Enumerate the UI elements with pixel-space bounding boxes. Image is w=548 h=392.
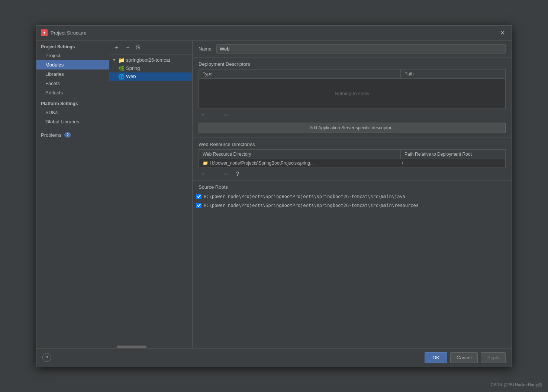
col-web-dir-header: Web Resource Directory [199,150,401,159]
sidebar-item-global-libraries[interactable]: Global Libraries [36,117,109,126]
close-button[interactable]: ✕ [498,29,507,37]
source-root-item-1: H:\power_node\Projects\SpringBootProject… [193,192,512,201]
spring-leaf-icon: 🌿 [118,65,125,71]
problems-label: Problems [41,132,61,138]
tree-project-label: springboot26-tomcat [126,57,170,63]
web-resource-help-button[interactable]: ？ [233,169,242,179]
tree-arrow-icon: ▼ [112,58,117,62]
source-root-checkbox-2[interactable] [196,203,202,208]
dialog-title: Project Structure [51,30,87,36]
tree-spring-label: Spring [126,65,140,71]
deployment-table-header: Type Path [199,69,505,79]
add-descriptor-button[interactable]: Add Application Server specific descript… [199,123,506,133]
source-root-path-2: H:\power_node\Projects\SpringBootProject… [204,203,419,208]
tree-project-node[interactable]: ▼ 📁 springboot26-tomcat [109,56,192,64]
add-module-button[interactable]: ＋ [112,43,121,52]
problems-badge: 2 [64,132,71,137]
dialog-footer: ? OK Cancel Apply [36,348,512,367]
deployment-remove-button[interactable]: － [210,110,219,120]
tree-web-label: Web [126,74,136,79]
web-resource-dir-cell: 📁 H:\power_node\Projects\SpringBootProje… [203,161,402,166]
sidebar-item-sdks[interactable]: SDKs [36,108,109,117]
footer-right: OK Cancel Apply [425,352,506,363]
name-row: Name: [193,41,512,58]
platform-settings-label: Platform Settings [36,97,109,108]
sidebar-item-problems[interactable]: Problems 2 [36,129,109,141]
source-roots-container: H:\power_node\Projects\SpringBootProject… [193,192,512,210]
tree-scrollbar[interactable] [109,345,192,348]
sidebar-item-libraries[interactable]: Libraries [36,69,109,79]
web-resource-table-header: Web Resource Directory Path Relative to … [199,150,505,159]
title-bar: ✦ Project Structure ✕ [36,26,512,41]
web-globe-icon: 🌐 [118,74,125,80]
help-button[interactable]: ? [42,353,51,362]
source-roots-title: Source Roots [193,181,512,192]
apply-button[interactable]: Apply [481,352,506,363]
source-root-checkbox-1[interactable] [196,194,202,199]
copy-module-button[interactable]: ⎘ [135,43,141,51]
web-resource-mini-toolbar: ＋ － ✏ ？ [193,168,512,180]
name-input[interactable] [216,44,506,54]
web-resource-table: Web Resource Directory Path Relative to … [199,149,506,168]
remove-module-button[interactable]: － [123,43,132,52]
web-resource-remove-button[interactable]: － [210,169,219,179]
folder-icon: 📁 [203,161,208,166]
col-type-header: Type [199,69,401,78]
deployment-add-button[interactable]: ＋ [199,110,207,120]
nothing-to-show-label: Nothing to show [335,91,369,96]
footer-left: ? [42,353,51,362]
web-resource-edit-button[interactable]: ✏ [222,170,230,178]
web-resource-row[interactable]: 📁 H:\power_node\Projects\SpringBootProje… [199,159,505,168]
deployment-edit-button[interactable]: ✏ [222,111,230,119]
dialog-body: Project Settings Project Modules Librari… [36,41,512,348]
source-root-path-1: H:\power_node\Projects\SpringBootProject… [204,194,405,199]
sidebar-item-artifacts[interactable]: Artifacts [36,88,109,97]
deployment-table-body: Nothing to show [199,79,505,108]
tree-panel: ＋ － ⎘ ▼ 📁 springboot26-tomcat 🌿 Spring 🌐… [109,41,193,348]
project-structure-dialog: ✦ Project Structure ✕ Project Settings P… [36,25,512,367]
title-bar-left: ✦ Project Structure [41,29,87,36]
watermark: CSDN @FBI HackerHarry浩 [491,382,542,388]
source-root-item-2: H:\power_node\Projects\SpringBootProject… [193,201,512,210]
project-settings-label: Project Settings [36,41,109,51]
sidebar-item-modules[interactable]: Modules [36,60,109,69]
web-resource-path-cell: / [402,161,502,166]
tree-web-node[interactable]: 🌐 Web [109,72,192,81]
col-path-rel-header: Path Relative to Deployment Root [401,150,505,159]
tree-toolbar: ＋ － ⎘ [109,41,192,55]
tree-scrollbar-thumb [117,346,146,348]
col-path-header: Path [401,69,505,78]
web-resource-directories-title: Web Resource Directories [193,138,512,149]
web-resource-add-button[interactable]: ＋ [199,169,207,179]
sidebar-item-project[interactable]: Project [36,51,109,60]
tree-content: ▼ 📁 springboot26-tomcat 🌿 Spring 🌐 Web [109,55,192,345]
ok-button[interactable]: OK [425,352,447,363]
cancel-button[interactable]: Cancel [450,352,478,363]
deployment-descriptors-table: Type Path Nothing to show [199,69,506,109]
app-icon: ✦ [41,29,48,36]
deployment-mini-toolbar: ＋ － ✏ [193,109,512,121]
name-label: Name: [199,46,213,52]
project-folder-icon: 📁 [118,57,125,63]
sidebar: Project Settings Project Modules Librari… [36,41,109,348]
deployment-descriptors-title: Deployment Descriptors [193,58,512,69]
sidebar-item-facets[interactable]: Facets [36,79,109,88]
main-content: Name: Deployment Descriptors Type Path N… [193,41,512,348]
tree-spring-node[interactable]: 🌿 Spring [109,64,192,72]
